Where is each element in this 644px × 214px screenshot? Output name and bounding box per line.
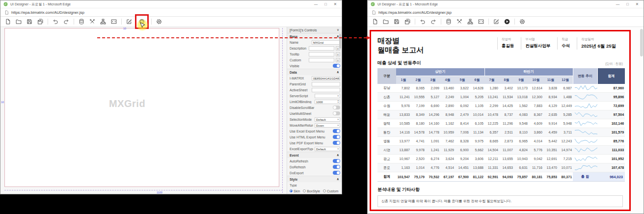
- value-cell[interactable]: 14,974: [558, 146, 573, 155]
- value-cell[interactable]: 8,367: [529, 110, 543, 119]
- value-cell[interactable]: 10,555: [411, 93, 426, 102]
- section-header-data[interactable]: Data∧: [287, 69, 342, 75]
- value-cell[interactable]: 4,129: [543, 102, 558, 110]
- minimize-button[interactable]: —: [314, 0, 318, 8]
- value-cell[interactable]: 6,987: [558, 84, 573, 93]
- trend-cell[interactable]: [573, 84, 597, 93]
- trend-cell[interactable]: [573, 137, 597, 146]
- value-cell[interactable]: 11,007: [499, 146, 514, 155]
- value-cell[interactable]: 13,018: [514, 93, 529, 102]
- row-total-cell[interactable]: 95,896: [597, 93, 625, 102]
- value-cell[interactable]: 11,296: [499, 119, 514, 128]
- value-cell[interactable]: 2,249: [440, 93, 455, 102]
- value-cell[interactable]: 14,578: [411, 128, 426, 137]
- save-all-icon[interactable]: [36, 17, 45, 26]
- value-cell[interactable]: 4,514: [440, 163, 455, 172]
- open-folder-icon[interactable]: [381, 17, 390, 26]
- trend-cell[interactable]: [573, 163, 597, 172]
- value-cell[interactable]: 2,520: [411, 155, 426, 163]
- value-cell[interactable]: 5,127: [426, 93, 440, 102]
- value-cell[interactable]: 1,105: [470, 102, 484, 110]
- store-name-cell[interactable]: 명동: [377, 137, 396, 146]
- prop-toggle[interactable]: [333, 165, 340, 169]
- value-cell[interactable]: 8,065: [411, 84, 426, 93]
- value-cell[interactable]: 4,776: [426, 163, 440, 172]
- prop-input[interactable]: [312, 88, 340, 92]
- value-cell[interactable]: 1,004: [455, 93, 470, 102]
- value-cell[interactable]: 3,622: [455, 84, 470, 93]
- prop-input[interactable]: MXGrid: [312, 40, 340, 45]
- value-cell[interactable]: 5,776: [529, 146, 543, 155]
- value-cell[interactable]: 3,402: [499, 84, 514, 93]
- value-cell[interactable]: 11,331: [484, 163, 499, 172]
- ellipsis-button[interactable]: ≡: [336, 58, 340, 62]
- prop-toggle[interactable]: [333, 106, 340, 109]
- prop-input[interactable]: [309, 58, 334, 62]
- value-cell[interactable]: 14,116: [396, 128, 411, 137]
- value-cell[interactable]: 13,470: [543, 163, 558, 172]
- row-total-cell[interactable]: 101,952: [597, 155, 625, 163]
- row-total-cell[interactable]: 101,579: [597, 128, 625, 137]
- row-total-cell[interactable]: 102,146: [597, 119, 625, 128]
- database-icon[interactable]: [444, 17, 453, 26]
- value-cell[interactable]: 1,562: [514, 102, 529, 110]
- radio-boxstyle[interactable]: BoxStyle: [303, 189, 320, 193]
- store-name-cell[interactable]: 해운: [377, 110, 396, 119]
- value-cell[interactable]: 9,204: [455, 155, 470, 163]
- value-cell[interactable]: 8,328: [455, 137, 470, 146]
- save-icon[interactable]: [25, 17, 34, 26]
- edit-icon[interactable]: [492, 17, 501, 26]
- value-cell[interactable]: 6,274: [426, 155, 440, 163]
- designer-urlbar[interactable]: https://epa.bimatrix.com/AUD/designer.js…: [0, 8, 342, 17]
- prop-input[interactable]: 0E850AA141I1D481AI: [312, 76, 340, 80]
- value-cell[interactable]: 6,900: [455, 146, 470, 155]
- value-cell[interactable]: 10,351: [543, 146, 558, 155]
- value-cell[interactable]: 13,655: [499, 155, 514, 163]
- section-header-style[interactable]: Style∧: [287, 176, 342, 182]
- value-cell[interactable]: 13,460: [440, 84, 455, 93]
- store-name-cell[interactable]: 종로: [377, 163, 396, 172]
- row-total-cell[interactable]: 97,504: [597, 110, 625, 119]
- prop-toggle[interactable]: [333, 129, 340, 133]
- store-name-cell[interactable]: 강남: [377, 84, 396, 93]
- prop-toggle[interactable]: [333, 135, 340, 139]
- save-icon[interactable]: [392, 17, 401, 26]
- undo-icon[interactable]: [51, 17, 60, 26]
- maximize-button[interactable]: □: [324, 0, 327, 8]
- value-cell[interactable]: 1,162: [440, 119, 455, 128]
- trend-cell[interactable]: [573, 146, 597, 155]
- value-cell[interactable]: 4,014: [529, 137, 543, 146]
- value-cell[interactable]: 10,478: [484, 110, 499, 119]
- new-file-icon[interactable]: [371, 17, 379, 26]
- value-cell[interactable]: 5,285: [558, 110, 573, 119]
- form-artboard[interactable]: MXGrid: [4, 28, 279, 187]
- value-cell[interactable]: 6,965: [514, 137, 529, 146]
- value-cell[interactable]: 11,134: [470, 128, 484, 137]
- code-icon[interactable]: [109, 17, 118, 26]
- value-cell[interactable]: 8,737: [499, 110, 514, 119]
- prop-select[interactable]: Default▾: [315, 147, 340, 151]
- value-cell[interactable]: 9,914: [543, 119, 558, 128]
- store-name-cell[interactable]: 서면: [377, 146, 396, 155]
- value-cell[interactable]: 8,349: [411, 110, 426, 119]
- value-cell[interactable]: 12,211: [484, 155, 499, 163]
- value-cell[interactable]: 8,414: [455, 119, 470, 128]
- trend-cell[interactable]: [573, 128, 597, 137]
- radio-skin[interactable]: Skin: [290, 189, 300, 193]
- value-cell[interactable]: 3,711: [558, 128, 573, 137]
- value-cell[interactable]: 8,665: [484, 137, 499, 146]
- value-cell[interactable]: 5,205: [470, 93, 484, 102]
- value-cell[interactable]: 7,802: [396, 84, 411, 93]
- value-cell[interactable]: 4,083: [514, 110, 529, 119]
- value-cell[interactable]: 2,873: [499, 137, 514, 146]
- value-cell[interactable]: 4,741: [411, 137, 426, 146]
- redo-icon[interactable]: [429, 17, 438, 26]
- value-cell[interactable]: 6,690: [426, 102, 440, 110]
- value-cell[interactable]: 14,425: [499, 102, 514, 110]
- close-button[interactable]: ✕: [334, 0, 337, 8]
- prop-toggle[interactable]: [333, 159, 340, 163]
- value-cell[interactable]: 10,014: [470, 110, 484, 119]
- trend-cell[interactable]: [573, 93, 597, 102]
- ellipsis-button[interactable]: ≡: [336, 52, 340, 56]
- store-name-cell[interactable]: 수원: [377, 102, 396, 110]
